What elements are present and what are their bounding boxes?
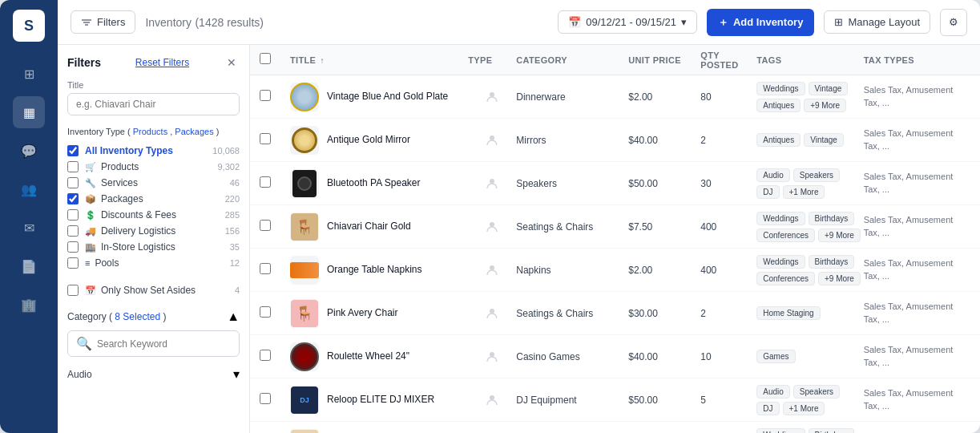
row-checkbox-1[interactable]: [260, 133, 284, 148]
packages-count: 220: [225, 194, 240, 204]
tax-cell-7: Sales Tax, Amusement Tax, ...: [864, 387, 970, 412]
row-checkbox-6[interactable]: [260, 350, 284, 364]
table-row: Bluetooth PA Speaker Speakers $50.00 30 …: [250, 162, 980, 205]
packages-checkbox[interactable]: [67, 193, 79, 204]
item-name-1: Antique Gold Mirror: [327, 134, 410, 147]
products-checkbox[interactable]: [67, 161, 79, 172]
title-filter-input[interactable]: [67, 93, 240, 115]
sidebar-item-grid[interactable]: ⊞: [13, 58, 45, 90]
type-cell-1: [468, 133, 516, 148]
close-filter-button[interactable]: ✕: [224, 55, 240, 71]
filters-button[interactable]: Filters: [71, 10, 135, 34]
tag: Conferences: [756, 229, 815, 242]
instore-logistics-item[interactable]: 🏬 In-Store Logistics 35: [67, 239, 240, 255]
table-row: 🍸 Low Cocktail Table 30" Cocktail Table …: [250, 422, 980, 433]
tax-cell-6: Sales Tax, Amusement Tax, ...: [864, 344, 970, 369]
discounts-item[interactable]: 💲 Discounts & Fees 285: [67, 207, 240, 223]
sidebar-item-mail[interactable]: ✉: [13, 212, 45, 244]
audio-category-item[interactable]: Audio ▾: [67, 363, 240, 385]
filter-panel-header: Filters Reset Filters ✕: [67, 55, 240, 71]
tags-cell-0: WeddingsVintageAntiques+9 More: [756, 82, 863, 112]
tags-cell-1: AntiquesVintage: [756, 133, 863, 147]
services-checkbox[interactable]: [67, 177, 79, 188]
tax-cell-1: Sales Tax, Amusement Tax, ...: [864, 127, 970, 152]
services-item[interactable]: 🔧 Services 46: [67, 175, 240, 191]
price-cell-0: $2.00: [628, 91, 700, 103]
th-category: Category: [516, 55, 628, 65]
price-cell-3: $7.50: [628, 221, 700, 233]
select-all-checkbox[interactable]: [260, 53, 271, 64]
sidebar-item-document[interactable]: 📄: [13, 250, 45, 282]
category-header[interactable]: Category ( 8 Selected ) ▲: [67, 310, 240, 324]
select-all-checkbox-container[interactable]: [260, 53, 284, 67]
date-range-picker[interactable]: 📅 09/12/21 - 09/15/21 ▾: [558, 10, 697, 34]
item-name-6: Roulette Wheel 24": [327, 350, 409, 363]
row-checkbox-3[interactable]: [260, 220, 284, 234]
title-filter-section: Title: [67, 80, 240, 115]
chevron-up-icon: ▲: [227, 310, 240, 324]
tag: Conferences: [756, 272, 815, 285]
title-cell-1: Antique Gold Mirror: [290, 126, 468, 155]
all-types-checkbox[interactable]: [67, 145, 79, 156]
item-name-2: Bluetooth PA Speaker: [327, 177, 421, 190]
item-thumb-8: 🍸: [290, 429, 319, 434]
row-checkbox-0[interactable]: [260, 90, 284, 104]
all-types-count: 10,068: [212, 146, 240, 156]
table-header-row: Title ↑ Type Category Unit Price Qty Pos…: [250, 45, 980, 75]
plus-icon: ＋: [718, 15, 728, 30]
row-checkbox-4[interactable]: [260, 263, 284, 277]
calendar-icon: 📅: [568, 16, 581, 28]
qty-cell-0: 80: [700, 91, 756, 103]
sidebar-item-users[interactable]: 👥: [13, 173, 45, 205]
filter-panel: Filters Reset Filters ✕ Title Inventory …: [58, 45, 250, 433]
manage-layout-button[interactable]: ⊞ Manage Layout: [824, 10, 930, 34]
instore-logistics-checkbox[interactable]: [67, 241, 79, 253]
sidebar-item-chat[interactable]: 💬: [13, 135, 45, 167]
set-asides-checkbox[interactable]: [67, 285, 79, 296]
title-cell-2: Bluetooth PA Speaker: [290, 169, 468, 198]
pools-item[interactable]: ≡ Pools 12: [67, 255, 240, 271]
reset-filters-link[interactable]: Reset Filters: [135, 57, 189, 68]
tag: Vintage: [804, 133, 844, 147]
packages-link[interactable]: Packages: [175, 127, 213, 136]
tag: Weddings: [756, 428, 805, 434]
pools-checkbox[interactable]: [67, 257, 79, 269]
delivery-logistics-checkbox[interactable]: [67, 225, 79, 237]
tags-cell-5: Home Staging: [756, 306, 863, 320]
row-checkbox-2[interactable]: [260, 176, 284, 191]
sidebar-logo[interactable]: S: [13, 10, 45, 42]
category-cell-5: Seatings & Chairs: [516, 308, 628, 319]
add-inventory-button[interactable]: ＋ Add Inventory: [707, 9, 814, 36]
page-title: Inventory (1428 results): [145, 15, 548, 30]
settings-button[interactable]: ⚙: [940, 9, 967, 36]
svg-point-3: [490, 92, 494, 97]
discounts-checkbox[interactable]: [67, 209, 79, 221]
all-inventory-types-item[interactable]: All Inventory Types 10,068: [67, 143, 240, 159]
tax-cell-3: Sales Tax, Amusement Tax, ...: [864, 214, 970, 239]
date-range-value: 09/12/21 - 09/15/21: [586, 16, 676, 28]
price-cell-7: $50.00: [628, 395, 700, 406]
category-title: Category ( 8 Selected ): [67, 311, 166, 322]
price-cell-2: $50.00: [628, 178, 700, 189]
svg-point-8: [490, 309, 494, 314]
item-thumb-3: 🪑: [290, 212, 319, 241]
sidebar-item-chart[interactable]: ▦: [13, 96, 45, 128]
filter-icon: [81, 17, 92, 28]
products-link[interactable]: Products: [133, 127, 167, 136]
pools-label: ≡ Pools: [85, 257, 224, 269]
category-search-input[interactable]: [97, 338, 231, 350]
delivery-logistics-item[interactable]: 🚚 Delivery Logistics 156: [67, 223, 240, 239]
products-item[interactable]: 🛒 Products 9,302: [67, 159, 240, 175]
item-thumb-1: [290, 126, 319, 155]
set-asides-item[interactable]: 📅 Only Show Set Asides 4: [67, 282, 240, 298]
tag: Home Staging: [756, 306, 820, 320]
row-checkbox-7[interactable]: [260, 393, 284, 407]
sidebar-item-building[interactable]: 🏢: [13, 289, 45, 321]
table-row: 🪑 Pink Avery Chair Seatings & Chairs $30…: [250, 292, 980, 335]
row-checkbox-5[interactable]: [260, 306, 284, 321]
category-cell-6: Casino Games: [516, 351, 628, 362]
packages-item[interactable]: 📦 Packages 220: [67, 191, 240, 207]
filters-label: Filters: [97, 16, 125, 28]
tag: Birthdays: [809, 212, 855, 225]
tags-cell-8: WeddingsBirthdaysConferences+9 More: [756, 428, 863, 434]
